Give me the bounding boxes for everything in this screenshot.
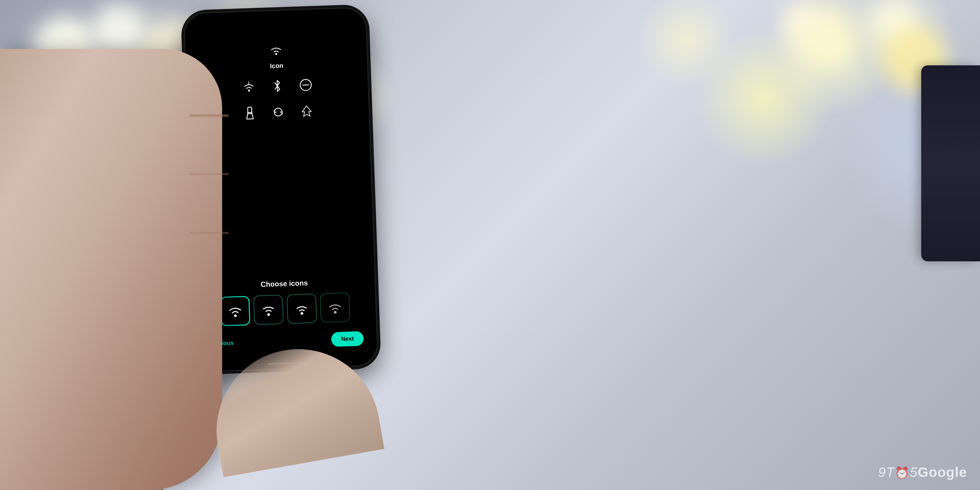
icon-grid-row2 <box>239 104 318 120</box>
icon-choice-2[interactable] <box>253 295 283 325</box>
svg-point-9 <box>334 311 336 313</box>
minus-circle-icon <box>295 78 317 92</box>
svg-point-7 <box>267 313 270 316</box>
right-device-silhouette <box>921 65 980 261</box>
watermark-text: Google <box>918 465 967 480</box>
finger-crease-2 <box>189 173 229 175</box>
rotate-icon <box>267 105 290 119</box>
svg-point-8 <box>301 312 303 315</box>
nav-buttons: Previous Next <box>205 331 367 351</box>
preview-wifi-icon <box>267 43 285 60</box>
icon-choice-1[interactable] <box>220 296 250 326</box>
finger-crease-1 <box>189 115 229 117</box>
wifi-signal-icon <box>238 80 260 94</box>
choose-section: Choose icons <box>204 277 368 358</box>
finger-crease-3 <box>189 232 229 234</box>
icon-grid-row1 <box>238 78 317 94</box>
preview-label: Icon <box>270 62 283 70</box>
icon-choice-3[interactable] <box>286 293 317 324</box>
bluetooth-icon <box>266 79 288 93</box>
watermark: 9T⏰5Google <box>878 465 967 480</box>
icon-choices-container <box>204 292 366 327</box>
svg-point-1 <box>248 89 250 91</box>
icon-choice-4[interactable] <box>320 293 350 323</box>
hand-left <box>0 49 222 490</box>
airplane-icon <box>295 104 318 118</box>
svg-point-6 <box>234 314 237 317</box>
next-button[interactable]: Next <box>331 331 364 347</box>
svg-point-0 <box>275 53 277 55</box>
svg-line-4 <box>303 85 309 85</box>
flashlight-icon <box>239 106 261 120</box>
